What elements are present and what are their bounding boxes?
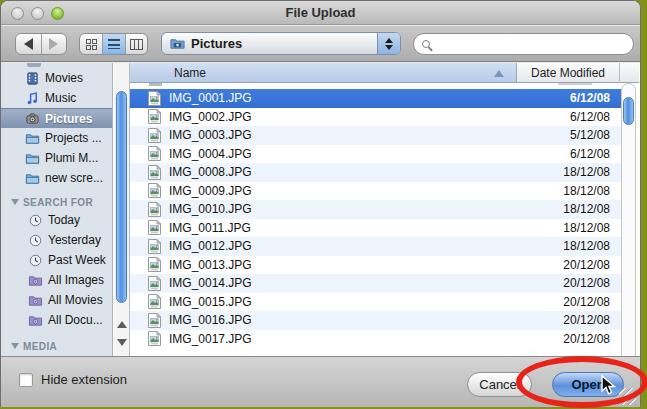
red-circle-annotation (516, 356, 647, 408)
toolbar: Pictures (1, 26, 640, 62)
file-row[interactable]: IMG_0011.JPG 18/12/08 (130, 219, 625, 238)
jpeg-file-icon (148, 146, 161, 161)
sidebar-header-media[interactable]: MEDIA (1, 338, 112, 354)
sidebar-item-new-scre-[interactable]: new scre... (1, 168, 112, 188)
jpeg-file-icon (148, 239, 161, 254)
list-header: Name Date Modified (130, 63, 639, 83)
sidebar-item-yesterday[interactable]: Yesterday (1, 230, 112, 250)
file-row[interactable]: IMG_0016.JPG 20/12/08 (130, 311, 625, 330)
disclosure-triangle-icon (11, 343, 19, 349)
disclosure-triangle-icon (11, 199, 19, 205)
movies-icon (25, 71, 40, 86)
titlebar[interactable]: File Upload (1, 1, 640, 25)
sidebar-item-music[interactable]: Music (1, 88, 112, 108)
dialog-main: Movies Music Pictures Projects ... Plumi… (1, 63, 640, 356)
dropdown-stepper[interactable] (377, 33, 400, 54)
icon-view-icon (86, 39, 97, 50)
jpeg-file-icon (148, 183, 161, 198)
mouse-cursor (601, 375, 619, 397)
jpeg-file-icon (148, 91, 161, 106)
name-column-label: Name (174, 66, 206, 80)
sidebar-item-projects-[interactable]: Projects ... (1, 128, 112, 148)
sidebar-item-pictures[interactable]: Pictures (1, 108, 112, 128)
back-icon (24, 38, 33, 50)
search-input[interactable] (434, 37, 633, 51)
music-icon (25, 91, 40, 106)
file-row[interactable]: IMG_0017.JPG 20/12/08 (130, 330, 625, 349)
column-header-date-modified[interactable]: Date Modified (516, 63, 619, 83)
window-title: File Upload (1, 5, 640, 20)
sidebar-scroll-up-button[interactable] (114, 321, 129, 328)
file-row[interactable]: IMG_0015.JPG 20/12/08 (130, 293, 625, 312)
folder-icon (25, 171, 40, 186)
file-list: Name Date Modified IMG_0001.JPG 6/12/08 … (130, 63, 639, 356)
sidebar-item-past-week[interactable]: Past Week (1, 250, 112, 270)
jpeg-file-icon (148, 109, 161, 124)
forward-icon (49, 38, 58, 50)
forward-button[interactable] (41, 34, 66, 54)
smart-folder-icon (28, 273, 43, 288)
list-view-button[interactable] (102, 34, 124, 54)
file-row[interactable]: IMG_0013.JPG 20/12/08 (130, 256, 625, 275)
file-row[interactable]: IMG_0012.JPG 18/12/08 (130, 237, 625, 256)
jpeg-file-icon (148, 276, 161, 291)
search-field[interactable] (413, 33, 634, 55)
smart-folder-icon (28, 293, 43, 308)
date-column-label: Date Modified (531, 66, 605, 80)
sidebar-item-today[interactable]: Today (1, 210, 112, 230)
file-row[interactable]: IMG_0010.JPG 18/12/08 (130, 200, 625, 219)
file-row[interactable]: IMG_0009.JPG 18/12/08 (130, 182, 625, 201)
partial-row (130, 83, 625, 89)
hide-extension-checkbox[interactable] (19, 373, 33, 387)
column-view-icon (130, 39, 143, 50)
icon-view-button[interactable] (80, 34, 102, 54)
down-arrow-icon (385, 45, 393, 50)
list-scroll-thumb[interactable] (623, 97, 634, 125)
sidebar-item-all-docu-[interactable]: All Docu... (1, 310, 112, 330)
pictures-folder-icon (170, 36, 185, 51)
sidebar-item-all-images[interactable]: All Images (1, 270, 112, 290)
file-row[interactable]: IMG_0003.JPG 5/12/08 (130, 126, 625, 145)
file-row[interactable]: IMG_0004.JPG 6/12/08 (130, 145, 625, 164)
list-view-icon (108, 39, 120, 49)
file-row[interactable]: IMG_0008.JPG 18/12/08 (130, 163, 625, 182)
nav-buttons (15, 33, 67, 55)
back-button[interactable] (16, 34, 41, 54)
jpeg-file-icon (148, 165, 161, 180)
sidebar-item-movies[interactable]: Movies (1, 68, 112, 88)
smart-folder-icon (28, 313, 43, 328)
sidebar-item-plumi-m-[interactable]: Plumi M... (1, 148, 112, 168)
sidebar-header-search-for[interactable]: SEARCH FOR (1, 194, 112, 210)
up-arrow-icon (385, 38, 393, 43)
view-mode-control (79, 33, 148, 55)
sidebar-scrollbar[interactable] (114, 63, 130, 356)
folder-icon (25, 151, 40, 166)
jpeg-file-icon (148, 220, 161, 235)
file-row[interactable]: IMG_0014.JPG 20/12/08 (130, 274, 625, 293)
jpeg-file-icon (148, 257, 161, 272)
sidebar-item-all-movies[interactable]: All Movies (1, 290, 112, 310)
file-rows: IMG_0001.JPG 6/12/08 IMG_0002.JPG 6/12/0… (130, 83, 625, 348)
column-header-blank (619, 63, 639, 83)
location-label: Pictures (191, 36, 242, 51)
jpeg-file-icon (148, 128, 161, 143)
location-dropdown[interactable]: Pictures (161, 32, 401, 55)
hide-extension-label: Hide extension (41, 372, 127, 387)
column-view-button[interactable] (125, 34, 147, 54)
clock-icon (28, 213, 43, 228)
sidebar-scroll-down-button[interactable] (114, 339, 129, 346)
column-header-name[interactable]: Name (130, 63, 516, 83)
sort-ascending-icon (494, 70, 504, 77)
jpeg-file-icon (148, 313, 161, 328)
sidebar-scroll-thumb[interactable] (116, 91, 127, 303)
jpeg-file-icon (148, 202, 161, 217)
sidebar: Movies Music Pictures Projects ... Plumi… (1, 63, 113, 356)
jpeg-file-icon (148, 331, 161, 346)
clock-icon (28, 253, 43, 268)
pictures-icon (25, 111, 40, 126)
file-row[interactable]: IMG_0002.JPG 6/12/08 (130, 108, 625, 127)
search-icon (422, 40, 430, 48)
folder-icon (25, 131, 40, 146)
file-upload-dialog: File Upload Pictures (0, 0, 641, 407)
file-row[interactable]: IMG_0001.JPG 6/12/08 (130, 89, 625, 108)
